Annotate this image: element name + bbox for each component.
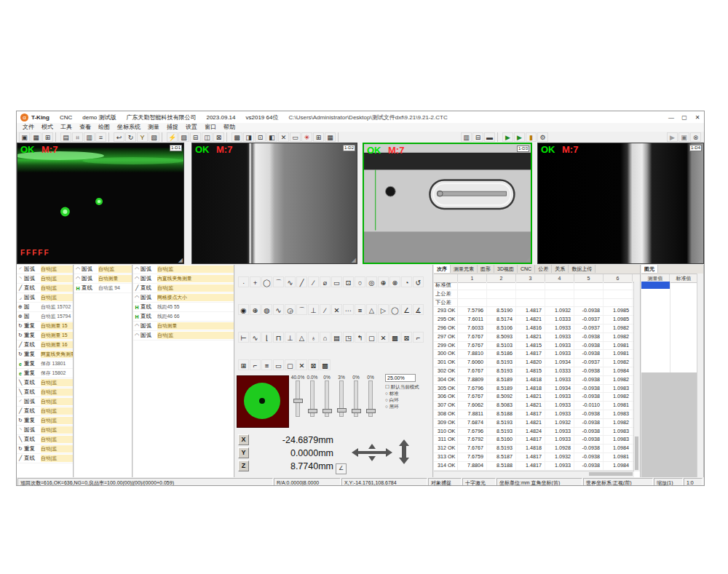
toolbar-button-33[interactable]: ⊟ [472,132,483,142]
toolbar-button-29[interactable]: ▦ [325,132,336,142]
measure-list-item[interactable]: ◠圆弧网格接点大小 [133,293,234,303]
light-slider-2[interactable]: 0.0% [305,374,320,428]
result-row[interactable]: 302OK7.67678.51931.48151.0333-0.09381.09… [434,367,634,376]
y-axis-icon[interactable]: Y [238,447,249,458]
z-axis-icon[interactable]: Z [238,461,249,471]
toolbar-button-24[interactable]: ◧ [266,132,277,142]
palette-tool-1-2[interactable]: + [250,276,261,287]
menu-item-11[interactable]: 帮助 [220,123,239,132]
maximize-button[interactable]: ▢ [678,112,691,123]
palette-tool-3-11[interactable]: ↰ [355,332,365,343]
palette-tool-2-4[interactable]: ∿ [273,304,284,315]
selected-cell-highlight[interactable] [641,282,670,289]
toolbar-button-11[interactable]: ↻ [125,132,136,142]
palette-tool-2-1[interactable]: ◉ [238,304,249,315]
result-row[interactable]: 304OK7.88098.51891.48181.0933-0.09381.09… [434,376,634,385]
palette-tool-3-4[interactable]: ⊓ [273,332,284,343]
measure-list-item[interactable]: e重复保存 13801 [17,359,73,369]
light-slider-1[interactable]: 40.0% [290,374,305,428]
palette-tool-2-7[interactable]: ⊥ [308,304,319,315]
measure-list-item[interactable]: ╲直线自动|监 [17,435,73,445]
measure-list-item[interactable]: ↻重复自动|监 [17,416,73,426]
toolbar-button-23[interactable]: ⊡ [255,132,266,142]
table-tab-6[interactable]: 公差 [535,265,552,273]
toolbar-button-15[interactable]: ⚡ [167,132,178,142]
palette-tool-3-1[interactable]: ⊢ [238,332,249,343]
measure-list-item[interactable]: ◞圆弧自动|监 [17,293,73,303]
palette-tool-2-5[interactable]: ◶ [285,304,296,315]
measure-list-item[interactable]: ╲直线自动|监 [17,388,73,397]
table-tab-1[interactable]: 次序 [434,265,451,273]
result-row[interactable]: 296OK7.60338.51061.48161.0933-0.09371.09… [434,324,634,333]
menu-item-6[interactable]: 坐标系统 [114,123,144,132]
menu-item-1[interactable]: 文件 [19,123,38,132]
toolbar-button-13[interactable]: ▧ [149,132,159,142]
palette-tool-3-13[interactable]: ✕ [378,332,389,343]
palette-tool-2-3[interactable]: ◍ [261,304,272,315]
result-row[interactable]: 300OK7.88108.51861.48171.0933-0.09381.09… [434,350,634,359]
camera-view-3-selected[interactable]: OK M:7 1-D3 ◢ [363,143,532,264]
toolbar-button-26[interactable]: ▭ [290,132,301,142]
palette-tool-4-3[interactable]: ≡ [261,359,272,370]
palette-tool-2-10[interactable]: ⋯ [343,304,354,315]
minimize-button[interactable]: — [665,112,678,123]
palette-tool-1-9[interactable]: ▭ [331,276,342,287]
resize-handle-icon[interactable]: ◢ [698,258,703,263]
light-slider-track[interactable] [325,380,329,417]
palette-tool-3-5[interactable]: ⊥ [285,332,296,343]
measure-list-item[interactable]: ⊕圆自动监 15702 [17,303,73,312]
measure-list-item[interactable]: ◠圆弧自动|监 [74,265,132,274]
measure-list-item[interactable]: ↻重复自动|监 [17,445,73,454]
measure-list-item[interactable]: ◝圆弧自动|监 [17,426,73,435]
palette-tool-1-13[interactable]: ⊕ [378,276,389,287]
measure-list-item[interactable]: ◠圆弧自动|监 [133,265,234,274]
light-slider-track[interactable] [296,380,300,417]
measure-list-item[interactable]: H直线线距45 55 [133,303,234,312]
light-slider-track[interactable] [310,380,314,417]
toolbar-button-8[interactable]: ≡ [95,132,106,142]
result-row[interactable]: 312OK7.67678.51931.48181.0928-0.09381.09… [434,445,634,453]
measure-list-item[interactable]: H直线自动监 94 [74,284,132,293]
scrollbar-thumb[interactable] [635,437,638,470]
toolbar-button-42[interactable]: ▣ [678,132,689,142]
result-row[interactable]: 305OK7.67968.51891.48181.0934-0.09381.09… [434,385,634,394]
scrollbar-thumb[interactable] [589,472,633,476]
palette-tool-3-14[interactable]: ▩ [389,332,400,343]
measure-list-item[interactable]: ◜圆弧自动|监 [17,397,73,407]
measure-list-item[interactable]: ◠圆弧自动测量 [133,322,234,331]
light-slider-thumb[interactable] [337,408,347,412]
palette-tool-2-15[interactable]: ∠ [401,304,412,315]
toolbar-button-22[interactable]: ◨ [243,132,254,142]
result-row[interactable]: 306OK7.67678.50921.48211.0933-0.09381.09… [434,393,634,402]
palette-tool-2-12[interactable]: △ [366,304,377,315]
table-tab-5[interactable]: CNC [518,265,535,273]
measure-list-item[interactable]: ◝圆弧自动|监 [17,274,73,284]
light-slider-5[interactable]: 0% [349,374,363,428]
palette-tool-1-11[interactable]: ○ [355,276,365,287]
result-row[interactable]: 309OK7.68748.51931.48211.0932-0.09381.09… [434,419,634,428]
palette-tool-1-7[interactable]: ∕ [308,276,319,287]
jog-cross-arrows-icon[interactable] [352,444,392,461]
measure-list-item[interactable]: H直线线距46 66 [133,312,234,322]
palette-tool-2-14[interactable]: ◯ [389,304,400,315]
palette-tool-3-6[interactable]: △ [296,332,307,343]
measure-list-item[interactable]: ╱直线自动|监 [17,454,73,463]
light-option-2[interactable]: ○ 标准 [385,390,432,396]
measure-list-item[interactable]: ╱直线自动测量 16 [17,340,73,350]
menu-item-4[interactable]: 查看 [76,123,95,132]
toolbar-button-12[interactable]: Y [137,132,148,142]
measure-list-item[interactable]: ◜圆弧自动|监 [17,265,73,274]
toolbar-button-5[interactable]: ▤ [60,132,71,142]
light-slider-thumb[interactable] [366,409,376,413]
light-slider-4[interactable]: 3% [334,374,349,428]
palette-tool-3-2[interactable]: ∿ [250,332,261,343]
palette-tool-3-16[interactable]: ⌐ [413,332,424,343]
toolbar-button-10[interactable]: ↩ [114,132,124,142]
measure-list-item[interactable]: e重复保存 15802 [17,369,73,378]
result-row[interactable]: 299OK7.67678.51031.48151.0933-0.09381.09… [434,342,634,351]
palette-tool-1-4[interactable]: ⌒ [273,276,284,287]
result-row[interactable]: 301OK7.60608.51931.48201.0934-0.09371.09… [434,359,634,367]
palette-tool-1-14[interactable]: ⊗ [389,276,400,287]
measure-list-item[interactable]: ╲直线自动|监 [17,378,73,388]
toolbar-button-6[interactable]: ⌗ [72,132,83,142]
